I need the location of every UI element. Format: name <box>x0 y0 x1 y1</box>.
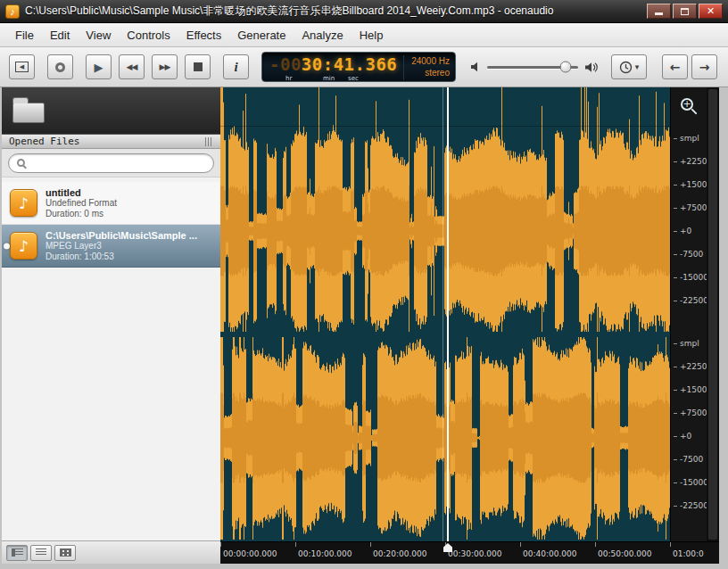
file-title: C:\Users\Public\Music\Sample ... <box>46 230 197 241</box>
skip-to-start-icon: ◀ <box>15 62 29 72</box>
timeline-label: 00:00:00.000 <box>223 549 277 558</box>
close-button[interactable]: ✕ <box>699 4 723 19</box>
timeline-label: 00:40:00.000 <box>523 549 576 558</box>
channel-mode-label: stereo <box>411 67 450 78</box>
volume-slider[interactable] <box>487 66 578 69</box>
zoom-icon[interactable]: + <box>681 98 693 111</box>
volume-high-icon <box>584 62 599 73</box>
arrow-left-icon: ← <box>670 60 681 74</box>
file-title: untitled <box>46 187 117 198</box>
file-duration: Duration: 0 ms <box>46 209 117 219</box>
list-icon <box>36 548 46 557</box>
file-item-untitled[interactable]: ♪ untitled Undefined Format Duration: 0 … <box>2 182 220 225</box>
menu-generate[interactable]: Generate <box>229 25 294 45</box>
play-button[interactable]: ▶ <box>86 54 112 79</box>
menu-view[interactable]: View <box>78 25 119 45</box>
unit-min-label: min <box>323 75 335 82</box>
timeline-tick <box>295 542 296 547</box>
view-mode-grid-button[interactable] <box>54 545 76 561</box>
waveform-canvas[interactable] <box>220 87 670 541</box>
play-icon: ▶ <box>95 61 103 74</box>
timeline-label: 00:30:00.000 <box>448 549 501 558</box>
playing-indicator-icon <box>4 243 10 249</box>
minimize-button[interactable] <box>647 4 671 19</box>
window-title: C:\Users\Public\Music\Sample Music\非常暖场的… <box>25 4 640 19</box>
nav-forward-button[interactable]: → <box>691 54 717 79</box>
app-window: ♪ C:\Users\Public\Music\Sample Music\非常暖… <box>0 0 728 569</box>
minimize-icon <box>655 12 663 15</box>
menu-analyze[interactable]: Analyze <box>294 25 351 45</box>
timeline-label: 00:50:00.000 <box>598 549 651 558</box>
app-icon: ♪ <box>5 4 20 19</box>
sample-rate-label: 24000 Hz <box>411 55 450 67</box>
scrollbar-thumb[interactable] <box>708 89 717 540</box>
menu-file[interactable]: File <box>7 25 42 45</box>
panel-grip-icon[interactable] <box>205 137 213 146</box>
volume-control <box>470 62 599 73</box>
view-mode-detail-button[interactable] <box>6 545 28 561</box>
record-button[interactable] <box>47 54 73 79</box>
rewind-icon: ◀◀ <box>127 62 137 71</box>
grid-icon <box>60 548 71 557</box>
timeline-tick <box>520 542 521 547</box>
timeline-tick <box>595 542 596 547</box>
panel-title: Opened Files <box>9 136 79 147</box>
detail-list-icon <box>12 548 23 557</box>
window-controls: ✕ <box>647 4 723 19</box>
menu-help[interactable]: Help <box>352 25 392 45</box>
menu-effects[interactable]: Effects <box>178 25 230 45</box>
waveform-region: + smpl +22500 +15000 +7500 +0 -7500 -150… <box>220 87 719 564</box>
chevron-down-icon: ▾ <box>635 62 640 71</box>
timeline-tick <box>220 542 221 547</box>
search-box <box>8 153 214 173</box>
menu-edit[interactable]: Edit <box>42 25 78 45</box>
unit-hr-label: hr <box>285 75 292 82</box>
sidebar-header <box>2 87 220 134</box>
stop-icon <box>194 62 203 71</box>
audio-file-icon: ♪ <box>10 189 37 217</box>
opened-files-panel-header[interactable]: Opened Files <box>2 134 220 149</box>
timeline-label: 00:10:00.000 <box>298 549 352 558</box>
vertical-scrollbar[interactable] <box>707 87 719 541</box>
maximize-icon <box>681 8 689 15</box>
search-input[interactable] <box>30 158 205 169</box>
search-row <box>2 149 220 177</box>
rewind-button[interactable]: ◀◀ <box>119 54 145 79</box>
view-mode-list-button[interactable] <box>30 545 52 561</box>
titlebar[interactable]: ♪ C:\Users\Public\Music\Sample Music\非常暖… <box>0 0 728 23</box>
clock-icon <box>619 61 633 74</box>
time-readout: -0030:41.366 <box>269 54 397 74</box>
unit-sec-label: sec <box>348 75 359 82</box>
file-format: Undefined Format <box>46 198 117 209</box>
skip-to-start-button[interactable]: ◀ <box>9 54 35 79</box>
nav-back-button[interactable]: ← <box>662 54 688 79</box>
file-duration: Duration: 1:00:53 <box>46 252 197 262</box>
info-icon: i <box>234 60 237 75</box>
stop-button[interactable] <box>185 54 211 79</box>
time-hours: -00 <box>269 54 302 74</box>
format-info: 24000 Hz stereo <box>403 55 450 80</box>
arrow-right-icon: → <box>699 60 710 74</box>
timeline-tick <box>670 542 671 547</box>
time-value: 30:41.366 <box>302 54 397 74</box>
navigation-buttons: ← → <box>662 54 717 79</box>
menu-controls[interactable]: Controls <box>119 25 178 45</box>
file-format: MPEG Layer3 <box>46 241 197 252</box>
search-icon <box>17 159 25 167</box>
main-area: Opened Files ♪ untitled Undefined Format… <box>0 87 728 569</box>
volume-slider-knob[interactable] <box>559 62 571 73</box>
menubar: File Edit View Controls Effects Generate… <box>0 23 728 47</box>
time-format-button[interactable]: ▾ <box>611 54 647 79</box>
maximize-button[interactable] <box>673 4 697 19</box>
timeline-tick <box>370 542 371 547</box>
timeline-ruler[interactable]: 00:00:00.000 00:10:00.000 00:20:00.000 0… <box>220 541 719 564</box>
folder-icon[interactable] <box>12 103 45 123</box>
record-icon <box>55 62 65 72</box>
file-item-mp3-selected[interactable]: ♪ C:\Users\Public\Music\Sample ... MPEG … <box>2 225 220 268</box>
close-icon: ✕ <box>707 6 715 16</box>
file-meta: untitled Undefined Format Duration: 0 ms <box>46 187 117 219</box>
info-button[interactable]: i <box>223 54 249 79</box>
fast-forward-button[interactable]: ▶▶ <box>152 54 178 79</box>
timeline-label: 00:20:00.000 <box>373 549 426 558</box>
toolbar: ◀ ▶ ◀◀ ▶▶ i -0030:41.366 hr min sec <box>0 47 728 87</box>
